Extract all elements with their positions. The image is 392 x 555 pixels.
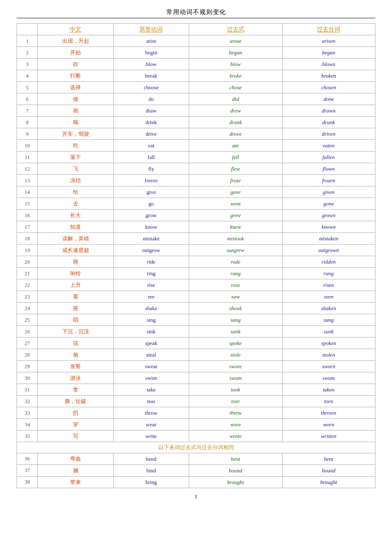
row-base: fall [113, 152, 189, 163]
row-base: draw [113, 105, 189, 117]
table-row: 38 带来 bring brought brought [17, 476, 375, 488]
row-zh: 去 [38, 198, 113, 210]
row-zh: 长大 [38, 210, 113, 221]
table-row: 15 去 go went gone [17, 198, 375, 210]
row-num: 18 [17, 233, 38, 244]
row-past: drew [189, 105, 282, 117]
table-row: 9 开车，驾驶 drive drove driven [17, 128, 375, 140]
row-base: drink [113, 117, 189, 128]
row-num: 6 [17, 93, 38, 105]
row-zh: 写 [38, 430, 113, 442]
row-past: brought [189, 476, 282, 488]
row-past: broke [189, 70, 282, 82]
header-num [17, 24, 38, 35]
table-row: 29 发誓 swear swore sworn [17, 361, 375, 372]
table-row: 21 响铃 ring rang rung [17, 268, 375, 279]
row-past: wrote [189, 430, 282, 442]
row-past: ate [189, 140, 282, 152]
row-pp: outgrown [282, 244, 375, 256]
row-zh: 出现，升起 [38, 35, 113, 47]
row-base: swim [113, 372, 189, 384]
row-zh: 落下 [38, 152, 113, 163]
row-num: 7 [17, 105, 38, 117]
row-past: wore [189, 419, 282, 430]
row-past: rode [189, 256, 282, 268]
row-base: blow [113, 59, 189, 70]
row-pp: fallen [282, 152, 375, 163]
row-zh: 打断 [38, 70, 113, 82]
row-past: drove [189, 128, 282, 140]
row-pp: thrown [282, 407, 375, 419]
row-past: rang [189, 268, 282, 279]
table-row: 22 上升 rise rose risen [17, 279, 375, 291]
row-zh: 开始 [38, 47, 113, 59]
row-past: shook [189, 303, 282, 314]
row-base: ring [113, 268, 189, 279]
table-row: 30 游泳 swim swam swum [17, 372, 375, 384]
row-base: fly [113, 163, 189, 175]
row-pp: chosen [282, 82, 375, 93]
row-past: chose [189, 82, 282, 93]
row-past: arose [189, 35, 282, 47]
table-row: 7 画 draw drew drawn [17, 105, 375, 117]
row-num: 3 [17, 59, 38, 70]
table-row: 4 打断 break broke broken [17, 70, 375, 82]
table-row: 24 摇 shake shook shaken [17, 303, 375, 314]
row-pp: gone [282, 198, 375, 210]
row-num: 13 [17, 175, 38, 186]
row-num: 2 [17, 47, 38, 59]
row-past: threw [189, 407, 282, 419]
table-row: 32 撕，扯破 tear tore torn [17, 396, 375, 407]
table-row: 11 落下 fall fell fallen [17, 152, 375, 163]
row-zh: 偷 [38, 349, 113, 361]
row-pp: driven [282, 128, 375, 140]
table-body: 1 出现，升起 arise arose arisen 2 开始 begin be… [17, 35, 375, 488]
row-zh: 吹 [38, 59, 113, 70]
row-pp: bent [282, 453, 375, 465]
row-base: freeze [113, 175, 189, 186]
row-num: 37 [17, 465, 38, 476]
row-zh: 带来 [38, 476, 113, 488]
row-num: 35 [17, 430, 38, 442]
row-zh: 画 [38, 105, 113, 117]
row-num: 4 [17, 70, 38, 82]
row-past: swam [189, 372, 282, 384]
table-row: 20 骑 ride rode ridden [17, 256, 375, 268]
table-row: 31 拿 take took taken [17, 384, 375, 396]
row-base: tear [113, 396, 189, 407]
row-pp: bound [282, 465, 375, 476]
row-zh: 做 [38, 93, 113, 105]
row-zh: 喝 [38, 117, 113, 128]
header-past: 过去式 [189, 24, 282, 35]
row-base: shake [113, 303, 189, 314]
row-base: bend [113, 453, 189, 465]
row-base: drive [113, 128, 189, 140]
table-row: 27 说 speak spoke spoken [17, 337, 375, 349]
row-zh: 拿 [38, 384, 113, 396]
row-past: spoke [189, 337, 282, 349]
row-pp: flown [282, 163, 375, 175]
row-pp: frozen [282, 175, 375, 186]
row-base: give [113, 186, 189, 198]
row-base: ride [113, 256, 189, 268]
row-base: throw [113, 407, 189, 419]
row-num: 9 [17, 128, 38, 140]
row-zh: 上升 [38, 279, 113, 291]
row-zh: 穿 [38, 419, 113, 430]
row-num: 12 [17, 163, 38, 175]
row-base: bring [113, 476, 189, 488]
row-past: gave [189, 186, 282, 198]
row-zh: 说 [38, 337, 113, 349]
table-row: 34 穿 wear wore worn [17, 419, 375, 430]
row-pp: rung [282, 268, 375, 279]
row-base: break [113, 70, 189, 82]
row-past: tore [189, 396, 282, 407]
row-zh: 摇 [38, 303, 113, 314]
table-row: 18 误解，弄错 mistake mistook mistaken [17, 233, 375, 244]
row-pp: drunk [282, 117, 375, 128]
row-pp: sung [282, 314, 375, 326]
row-num: 28 [17, 349, 38, 361]
section-header-cell: 以下各词过去式与过去分词相同 [17, 442, 375, 453]
row-num: 31 [17, 384, 38, 396]
row-num: 1 [17, 35, 38, 47]
